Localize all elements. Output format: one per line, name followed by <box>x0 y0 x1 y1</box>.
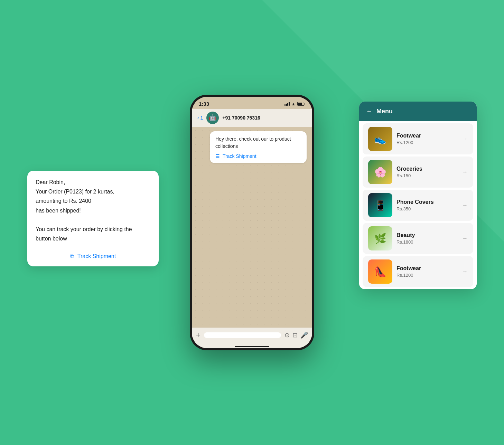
menu-item-footwear-2[interactable]: 👠 Footwear Rs.1200 → <box>363 256 473 287</box>
order-line5: You can track your order by clicking the <box>36 226 132 232</box>
beauty-img-placeholder: 🌿 <box>368 226 392 250</box>
status-icons: ▲ <box>284 102 305 106</box>
scene: 1:33 ▲ ‹ 1 � <box>96 53 408 392</box>
order-greeting: Dear Robin, <box>36 179 65 185</box>
list-icon: ☰ <box>215 153 220 159</box>
chat-header: ‹ 1 🤖 +91 70090 75316 <box>192 109 312 127</box>
contact-phone: +91 70090 75316 <box>222 115 260 121</box>
chat-input-bar: + ⊙ ⊡ 🎤 <box>192 328 312 342</box>
groceries-price: Rs.150 <box>396 173 458 178</box>
chat-bubble-greeting: Hey there, check out our to product coll… <box>210 131 307 163</box>
signal-icon <box>284 102 290 106</box>
phone-covers-image: 📱 <box>368 193 392 217</box>
home-bar-line <box>235 346 269 347</box>
bubble-track-link-1[interactable]: ☰ Track Shipment <box>215 153 301 159</box>
camera-icon[interactable]: ⊡ <box>292 331 298 339</box>
status-bar: 1:33 ▲ <box>192 97 312 109</box>
footwear-1-image: 👟 <box>368 127 392 151</box>
plus-button[interactable]: + <box>196 331 200 340</box>
menu-header: ← Menu <box>359 102 477 121</box>
menu-title: Menu <box>376 108 393 115</box>
menu-item-groceries[interactable]: 🌸 Groceries Rs.150 → <box>363 157 473 188</box>
footwear-1-name: Footwear <box>396 133 458 139</box>
contact-avatar: 🤖 <box>206 112 219 124</box>
wifi-icon: ▲ <box>291 102 296 106</box>
footwear-1-img-placeholder: 👟 <box>368 127 392 151</box>
order-line3: has been shipped! <box>36 208 81 214</box>
footwear-2-image: 👠 <box>368 259 392 284</box>
beauty-info: Beauty Rs.1800 <box>396 232 458 245</box>
menu-item-beauty[interactable]: 🌿 Beauty Rs.1800 → <box>363 223 473 254</box>
footwear-2-arrow: → <box>462 268 468 275</box>
footwear-2-img-placeholder: 👠 <box>368 259 392 284</box>
message-input[interactable] <box>204 332 281 338</box>
footwear-2-price: Rs.1200 <box>396 273 458 278</box>
chat-area: Hey there, check out our to product coll… <box>192 127 312 328</box>
footwear-2-info: Footwear Rs.1200 <box>396 265 458 278</box>
beauty-name: Beauty <box>396 232 458 238</box>
footwear-1-info: Footwear Rs.1200 <box>396 133 458 145</box>
phone-covers-arrow: → <box>462 202 468 208</box>
phone-covers-img-placeholder: 📱 <box>368 193 392 217</box>
beauty-arrow: → <box>462 235 468 242</box>
groceries-img-placeholder: 🌸 <box>368 160 392 184</box>
menu-item-phone-covers[interactable]: 📱 Phone Covers Rs.350 → <box>363 190 473 221</box>
phone-covers-name: Phone Covers <box>396 199 458 205</box>
sticker-icon[interactable]: ⊙ <box>284 331 290 339</box>
battery-icon <box>297 102 305 106</box>
order-track-link[interactable]: ⧉ Track Shipment <box>36 249 150 259</box>
status-time: 1:33 <box>199 101 209 107</box>
phone-screen: 1:33 ▲ ‹ 1 � <box>192 97 312 348</box>
menu-item-footwear-1[interactable]: 👟 Footwear Rs.1200 → <box>363 123 473 154</box>
groceries-image: 🌸 <box>368 160 392 184</box>
groceries-info: Groceries Rs.150 <box>396 166 458 178</box>
back-button[interactable]: ‹ 1 <box>197 115 203 121</box>
groceries-name: Groceries <box>396 166 458 172</box>
menu-panel: ← Menu 👟 Footwear Rs.1200 → 🌸 Groceries … <box>359 102 477 289</box>
order-bubble-text: Dear Robin, Your Order (P0123) for 2 kur… <box>36 178 150 243</box>
order-track-label: Track Shipment <box>77 253 116 259</box>
footwear-2-name: Footwear <box>396 265 458 272</box>
groceries-arrow: → <box>462 169 468 175</box>
bubble-greeting-text: Hey there, check out our to product coll… <box>215 135 301 150</box>
order-line2: amounting to Rs. 2400 <box>36 198 91 204</box>
phone-covers-info: Phone Covers Rs.350 <box>396 199 458 211</box>
phone-frame: 1:33 ▲ ‹ 1 � <box>190 95 314 350</box>
phone-covers-price: Rs.350 <box>396 206 458 211</box>
footwear-1-price: Rs.1200 <box>396 140 458 145</box>
order-line1: Your Order (P0123) for 2 kurtas, <box>36 189 114 195</box>
footwear-1-arrow: → <box>462 136 468 142</box>
menu-back-button[interactable]: ← <box>366 108 372 115</box>
input-icons: ⊙ ⊡ 🎤 <box>284 331 308 339</box>
mic-icon[interactable]: 🎤 <box>300 331 308 339</box>
home-bar <box>192 342 312 348</box>
external-link-icon: ⧉ <box>70 253 74 259</box>
order-bubble: Dear Robin, Your Order (P0123) for 2 kur… <box>27 171 159 266</box>
order-line6: button below <box>36 236 67 242</box>
beauty-price: Rs.1800 <box>396 239 458 245</box>
beauty-image: 🌿 <box>368 226 392 250</box>
